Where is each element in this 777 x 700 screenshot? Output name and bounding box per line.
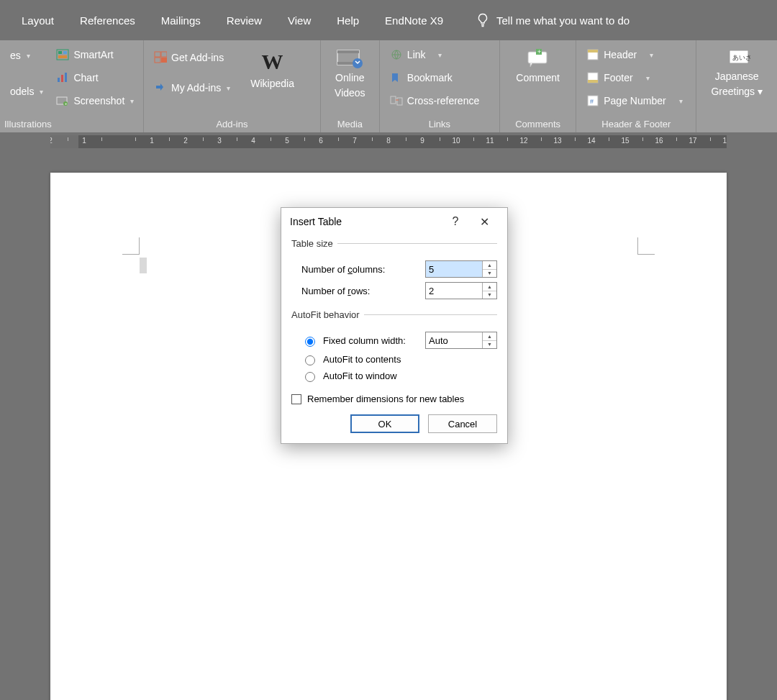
svg-rect-19 — [391, 96, 396, 104]
cancel-button[interactable]: Cancel — [428, 414, 497, 433]
fixed-width-radio[interactable] — [305, 337, 315, 347]
japanese-greetings-button[interactable]: あいさつ Japanese Greetings ▾ — [704, 45, 770, 101]
menu-help[interactable]: Help — [337, 14, 359, 27]
autofit-contents-label: AutoFit to contents — [323, 354, 401, 365]
menu-review[interactable]: Review — [227, 14, 262, 27]
fixed-width-label: Fixed column width: — [323, 335, 419, 346]
table-size-section: Table size Number of columns: ▲▼ Number … — [291, 238, 497, 304]
ok-button[interactable]: OK — [350, 414, 419, 433]
help-button[interactable]: ? — [441, 215, 470, 228]
autofit-legend: AutoFit behavior — [291, 309, 364, 320]
japanese-label-1: Japanese — [715, 71, 759, 83]
screenshot-icon: + — [56, 94, 69, 107]
svg-rect-3 — [58, 55, 67, 58]
pagenum-label: Page Number — [604, 95, 665, 106]
addins-group-label: Add-ins — [144, 117, 320, 132]
num-columns-spinner[interactable]: ▲▼ — [425, 260, 497, 278]
header-label: Header — [604, 49, 637, 60]
menu-references[interactable]: References — [80, 14, 135, 27]
crossref-button[interactable]: Cross-reference — [387, 92, 482, 109]
menu-mailings[interactable]: Mailings — [161, 14, 201, 27]
horizontal-ruler[interactable]: 21123456789101112131415161718 — [50, 135, 727, 148]
svg-rect-25 — [588, 50, 598, 53]
spinner-up-icon[interactable]: ▲ — [483, 332, 496, 341]
japanese-label-2: Greetings — [711, 86, 755, 97]
dialog-titlebar[interactable]: Insert Table ? ✕ — [281, 208, 507, 235]
media-group-label: Media — [321, 117, 379, 132]
ribbon-group-addins: Get Add-ins My Add-ins▾ W Wikipedia Add-… — [144, 40, 321, 132]
online-videos-button[interactable]: Online Videos — [327, 45, 373, 102]
fixed-width-spinner[interactable]: ▲▼ — [425, 332, 497, 349]
spinner-down-icon[interactable]: ▼ — [483, 291, 496, 299]
crossref-label: Cross-reference — [407, 95, 479, 106]
crossref-icon — [390, 94, 403, 107]
spinner-down-icon[interactable]: ▼ — [483, 341, 496, 349]
online-videos-label-2: Videos — [335, 87, 365, 99]
my-addins-button[interactable]: My Add-ins▾ — [151, 79, 233, 96]
remember-checkbox[interactable] — [291, 394, 301, 404]
pagenum-button[interactable]: # Page Number ▾ — [583, 92, 685, 109]
ribbon-group-links: Link ▾ Bookmark Cross-reference Links — [380, 40, 500, 132]
ruler-container: 21123456789101112131415161718 — [0, 132, 777, 148]
footer-button[interactable]: Footer ▾ — [583, 69, 685, 86]
greetings-icon: あいさつ — [722, 47, 751, 68]
get-addins-label: Get Add-ins — [171, 52, 224, 63]
ribbon-group-comments: + Comment Comments — [500, 40, 576, 132]
bookmark-button[interactable]: Bookmark — [387, 69, 482, 86]
chart-label: Chart — [73, 72, 98, 83]
headerfooter-group-label: Header & Footer — [576, 117, 696, 132]
num-rows-spinner[interactable]: ▲▼ — [425, 282, 497, 299]
ribbon: es▾ odels▾ SmartArt Chart + Screenshot▾ — [0, 40, 777, 132]
autofit-contents-radio[interactable] — [305, 355, 315, 365]
wikipedia-label: Wikipedia — [250, 78, 294, 90]
bookmark-icon — [390, 71, 403, 84]
menu-endnote[interactable]: EndNote X9 — [385, 14, 443, 27]
tell-me-search[interactable]: Tell me what you want to do — [476, 13, 630, 27]
menu-layout[interactable]: Layout — [22, 14, 54, 27]
chevron-down-icon: ▾ — [650, 51, 653, 59]
num-columns-input[interactable] — [426, 261, 482, 277]
num-columns-label: Number of columns: — [301, 264, 425, 275]
comment-button[interactable]: + Comment — [509, 45, 567, 87]
smartart-button[interactable]: SmartArt — [53, 46, 137, 63]
models-button-partial[interactable]: odels▾ — [7, 83, 46, 99]
online-video-icon — [336, 47, 363, 69]
link-button[interactable]: Link ▾ — [387, 46, 482, 63]
close-button[interactable]: ✕ — [470, 215, 499, 229]
svg-rect-12 — [155, 58, 160, 63]
svg-text:+: + — [537, 48, 541, 55]
chevron-down-icon: ▾ — [40, 88, 43, 96]
svg-rect-4 — [58, 78, 60, 82]
store-icon — [154, 51, 167, 64]
svg-text:あいさつ: あいさつ — [732, 54, 751, 61]
dialog-title: Insert Table — [290, 216, 342, 227]
text-cursor — [140, 258, 147, 273]
link-icon — [390, 48, 403, 61]
svg-rect-1 — [58, 51, 62, 54]
spinner-down-icon[interactable]: ▼ — [483, 270, 496, 278]
spinner-up-icon[interactable]: ▲ — [483, 261, 496, 270]
remember-label: Remember dimensions for new tables — [307, 394, 464, 404]
ribbon-group-headerfooter: Header ▾ Footer ▾ # Page Number ▾ Header… — [576, 40, 696, 132]
header-button[interactable]: Header ▾ — [583, 46, 685, 63]
num-rows-label: Number of rows: — [301, 286, 425, 296]
autofit-window-radio[interactable] — [305, 372, 315, 382]
svg-rect-11 — [161, 52, 167, 57]
screenshot-button[interactable]: + Screenshot▾ — [53, 92, 137, 109]
chart-button[interactable]: Chart — [53, 69, 137, 86]
wikipedia-button[interactable]: W Wikipedia — [243, 46, 301, 93]
num-rows-input[interactable] — [426, 283, 482, 299]
my-addins-label: My Add-ins — [171, 82, 221, 94]
fixed-width-input[interactable] — [426, 332, 482, 348]
illustrations-group-label: Illustrations — [0, 117, 143, 132]
chevron-down-icon: ▾ — [646, 74, 650, 82]
smartart-label: SmartArt — [73, 49, 113, 60]
shapes-button-partial[interactable]: es▾ — [7, 47, 46, 63]
get-addins-button[interactable]: Get Add-ins — [151, 49, 233, 66]
spinner-up-icon[interactable]: ▲ — [483, 283, 496, 291]
ribbon-group-text: あいさつ Japanese Greetings ▾ — [696, 40, 777, 132]
chevron-down-icon: ▾ — [438, 51, 442, 59]
tell-me-label: Tell me what you want to do — [496, 14, 630, 27]
menu-view[interactable]: View — [288, 14, 311, 27]
header-icon — [586, 48, 599, 61]
